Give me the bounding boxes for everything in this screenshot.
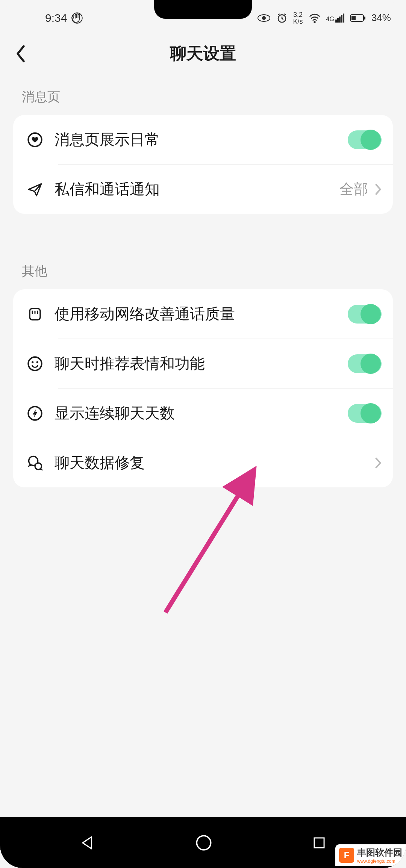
row-value: 全部 (339, 180, 368, 199)
svg-rect-9 (30, 308, 40, 320)
nav-home-button[interactable] (195, 834, 212, 851)
smiley-icon (27, 356, 43, 372)
row-recommend-emoji[interactable]: 聊天时推荐表情和功能 (13, 339, 393, 388)
section-label-other: 其他 (0, 250, 406, 289)
row-label: 显示连续聊天天数 (55, 403, 348, 423)
battery-icon (350, 14, 366, 23)
row-label: 聊天时推荐表情和功能 (55, 353, 348, 374)
svg-point-4 (314, 21, 315, 23)
row-dm-notifications[interactable]: 私信和通话通知 全部 (13, 165, 393, 214)
alarm-icon (276, 12, 288, 24)
nav-recents-button[interactable] (312, 836, 326, 850)
sim-icon (27, 307, 42, 322)
title-bar: 聊天设置 (0, 32, 406, 75)
lightning-circle-icon (27, 405, 43, 421)
row-label: 使用移动网络改善通话质量 (55, 304, 348, 324)
status-time: 9:34 (45, 12, 67, 24)
chevron-right-icon (375, 457, 382, 469)
row-repair-chat-data[interactable]: 聊天数据修复 (13, 438, 393, 487)
svg-point-13 (28, 357, 42, 370)
row-show-chat-days[interactable]: 显示连续聊天天数 (13, 389, 393, 438)
device-notch (154, 0, 252, 19)
row-mobile-data-call[interactable]: 使用移动网络改善通话质量 (13, 289, 393, 339)
nav-back-button[interactable] (80, 835, 95, 851)
network-speed: 3.2 K/s (293, 11, 303, 25)
svg-rect-6 (351, 16, 356, 20)
watermark: F 丰图软件园 www.dgfengtu.com (335, 844, 406, 866)
svg-point-21 (197, 836, 211, 850)
section-label-messages: 消息页 (0, 75, 406, 115)
row-label: 私信和通话通知 (55, 179, 339, 200)
chevron-left-icon (15, 45, 26, 63)
watermark-name: 丰图软件园 (357, 847, 402, 859)
svg-line-20 (165, 473, 252, 612)
paper-plane-icon (27, 181, 43, 197)
toggle-mobile-data[interactable] (348, 305, 382, 324)
watermark-logo-icon: F (339, 848, 354, 863)
hand-icon (71, 12, 83, 24)
page-title: 聊天设置 (170, 42, 236, 65)
svg-point-15 (36, 361, 38, 363)
row-show-daily[interactable]: 消息页展示日常 (13, 115, 393, 164)
svg-point-2 (262, 16, 266, 20)
other-card: 使用移动网络改善通话质量 聊天时推荐表情和功能 (13, 289, 393, 487)
svg-rect-7 (364, 17, 365, 20)
toggle-chat-days[interactable] (348, 404, 382, 423)
signal-icon: 4G (326, 14, 344, 23)
svg-rect-22 (314, 838, 324, 847)
back-button[interactable] (15, 45, 34, 63)
wifi-icon (309, 13, 321, 23)
heart-circle-icon (27, 132, 43, 148)
messages-card: 消息页展示日常 私信和通话通知 全部 (13, 115, 393, 214)
toggle-recommend-emoji[interactable] (348, 354, 382, 373)
row-label: 聊天数据修复 (55, 452, 375, 473)
svg-point-14 (32, 361, 33, 363)
eye-icon (257, 14, 271, 23)
toggle-show-daily[interactable] (348, 130, 382, 149)
watermark-url: www.dgfengtu.com (357, 859, 402, 864)
battery-percent: 34% (371, 12, 391, 24)
chat-bubbles-icon (27, 455, 43, 471)
row-label: 消息页展示日常 (55, 129, 348, 150)
chevron-right-icon (375, 184, 382, 195)
